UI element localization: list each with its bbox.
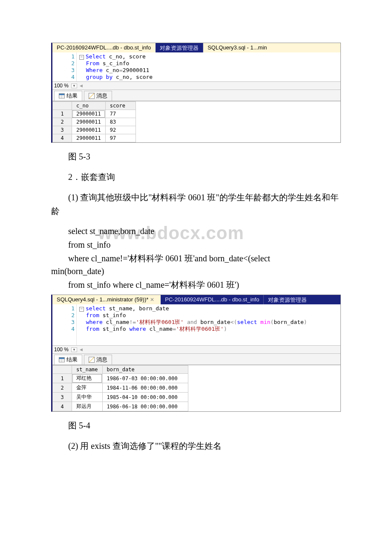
- col-score[interactable]: score: [105, 102, 135, 110]
- col-born_date[interactable]: born_date: [102, 366, 188, 374]
- editor-tab-bar-2: SQLQuery4.sql - 1...ministrator (59))*✕ …: [52, 295, 340, 304]
- chevron-down-icon: ▼: [72, 84, 76, 88]
- fold-minus-icon[interactable]: −: [79, 307, 84, 312]
- messages-icon: [89, 357, 95, 363]
- col-st_name[interactable]: st_name: [72, 366, 103, 374]
- results-tab-2[interactable]: 结果: [54, 355, 82, 364]
- line-number-gutter-2: 1234: [52, 304, 77, 345]
- table-row[interactable]: 4郑远月1986-06-18 00:00:00.000: [53, 402, 188, 411]
- results-grid-icon: [59, 357, 65, 362]
- editor-tab-bar: PC-20160924WFDL....db - dbo.st_info 对象资源…: [52, 43, 340, 52]
- tab-sqlquery4[interactable]: SQLQuery4.sql - 1...ministrator (59))*✕: [52, 295, 161, 304]
- tab-sqlquery3[interactable]: SQLQuery3.sql - 1...min: [203, 43, 340, 52]
- grid-corner: [53, 366, 72, 374]
- results-grid-2: st_name born_date 1邓红艳1986-07-03 00:00:0…: [52, 365, 340, 411]
- scroll-left-icon[interactable]: ◀: [80, 84, 83, 88]
- scroll-left-icon[interactable]: ◀: [80, 347, 83, 352]
- tab-st-info[interactable]: PC-20160924WFDL....db - dbo.st_info: [52, 43, 156, 52]
- results-tab[interactable]: 结果: [54, 91, 82, 101]
- question-2-text: (2) 用 exists 查询选修了""课程的学生姓名: [51, 439, 341, 453]
- section-2-title: 2．嵌套查询: [51, 170, 341, 184]
- close-icon[interactable]: ✕: [148, 297, 156, 303]
- q1-sql-line3: where cl_name!='材料科学 0601 班'and born_dat…: [51, 252, 341, 278]
- zoom-dropdown-2[interactable]: ▼: [71, 347, 77, 352]
- results-tab-bar-2: 结果 消息: [52, 354, 340, 365]
- figure-caption-5-4: 图 5-4: [51, 419, 341, 432]
- tab-st-info-2[interactable]: PC-20160924WFDL....db - dbo.st_info: [161, 295, 264, 304]
- fold-minus-icon[interactable]: −: [79, 55, 84, 60]
- ssms-screenshot-1: PC-20160924WFDL....db - dbo.st_info 对象资源…: [51, 43, 341, 143]
- q1-sql-line4: from st_info where cl_name='材料科学 0601 班'…: [51, 278, 341, 291]
- results-tab-bar: 结果 消息: [52, 90, 340, 101]
- table-row[interactable]: 2金萍1984-11-06 00:00:00.000: [53, 383, 188, 393]
- sql-code-area-2[interactable]: −select st_name, born_date from st_info …: [77, 304, 340, 345]
- sql-editor[interactable]: 1234 −Select c_no, score From s_c_info W…: [52, 52, 340, 82]
- tab-object-explorer-2[interactable]: 对象资源管理器: [264, 295, 340, 304]
- zoom-level-2: 100 %: [54, 347, 69, 353]
- zoom-bar: 100 % ▼ ◀: [52, 82, 340, 90]
- table-row[interactable]: 1邓红艳1986-07-03 00:00:00.000: [53, 374, 188, 383]
- results-grid: c_no score 12900001177 22900001183 32900…: [52, 101, 340, 142]
- table-row[interactable]: 22900001183: [53, 118, 136, 126]
- col-c_no[interactable]: c_no: [72, 102, 106, 110]
- sql-code-area[interactable]: −Select c_no, score From s_c_info Where …: [77, 52, 340, 81]
- messages-tab-2[interactable]: 消息: [84, 355, 112, 364]
- table-row[interactable]: 32900001192: [53, 126, 136, 134]
- messages-icon: [89, 93, 95, 99]
- table-row[interactable]: 12900001177: [53, 110, 136, 118]
- zoom-level: 100 %: [54, 83, 69, 89]
- question-1-text: (1) 查询其他班级中比"材料科学 0601 班"的学生年龄都大的学生姓名和年龄: [51, 191, 341, 218]
- messages-tab[interactable]: 消息: [84, 91, 112, 101]
- table-row[interactable]: 3吴中华1985-04-10 00:00:00.000: [53, 393, 188, 402]
- grid-corner: [53, 102, 72, 110]
- q1-sql-line1: select st_name,born_date: [51, 225, 341, 237]
- chevron-down-icon: ▼: [72, 348, 76, 352]
- figure-caption-5-3: 图 5-3: [51, 150, 341, 163]
- tab-object-explorer[interactable]: 对象资源管理器: [156, 43, 203, 52]
- ssms-screenshot-2: SQLQuery4.sql - 1...ministrator (59))*✕ …: [51, 295, 341, 412]
- zoom-dropdown[interactable]: ▼: [71, 84, 77, 88]
- sql-editor-2[interactable]: 1234 −select st_name, born_date from st_…: [52, 304, 340, 346]
- results-grid-icon: [59, 93, 65, 98]
- line-number-gutter: 1234: [52, 52, 77, 81]
- q1-sql-line2: from st_info: [51, 238, 341, 251]
- zoom-bar-2: 100 % ▼ ◀: [52, 346, 340, 354]
- table-row[interactable]: 42900001197: [53, 134, 136, 142]
